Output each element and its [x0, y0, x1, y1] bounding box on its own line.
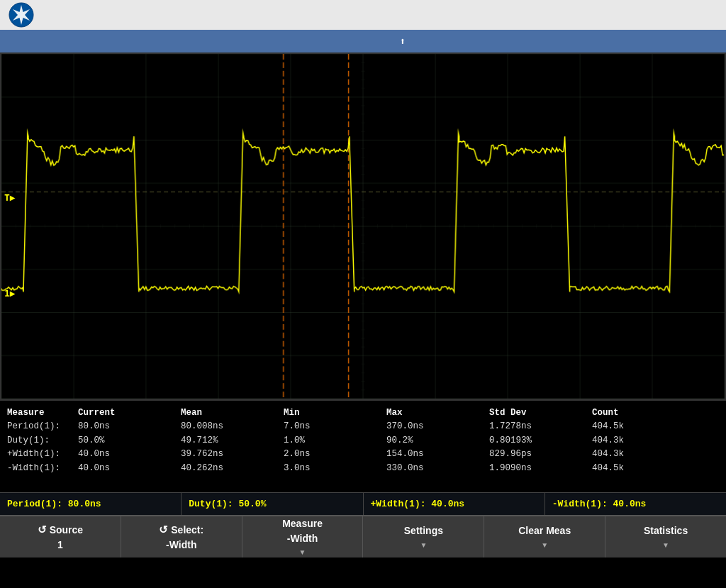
trigger-t-marker: T▶ [4, 192, 16, 203]
status-bar: Period(1): 80.0ns Duty(1): 50.0% +Width(… [0, 492, 726, 515]
agilent-logo [9, 2, 34, 28]
settings-button[interactable]: Settings ▼ [363, 516, 484, 558]
trigger-edge-icon: ⬆ [400, 35, 406, 48]
table-row: +Width(1): 40.0ns 39.762ns 2.0ns 154.0ns… [7, 448, 719, 461]
meas-header-row: Measure Current Mean Min Max Std Dev Cou… [7, 406, 719, 420]
toolbar-center: ⬆ [61, 35, 722, 48]
col-header-count: Count [592, 406, 695, 420]
statistics-button[interactable]: Statistics ▼ [605, 516, 726, 558]
header [0, 0, 726, 30]
table-row: Duty(1): 50.0% 49.712% 1.0% 90.2% 0.8019… [7, 434, 719, 448]
clear-meas-arrow-icon: ▼ [541, 540, 548, 550]
ch3-indicator[interactable] [38, 30, 50, 52]
table-row: -Width(1): 40.0ns 40.262ns 3.0ns 330.0ns… [7, 462, 719, 475]
measure-button[interactable]: Measure -Width ▼ [242, 516, 364, 558]
settings-arrow-icon: ▼ [420, 540, 427, 550]
table-row: Period(1): 80.0ns 80.008ns 7.0ns 370.0ns… [7, 420, 719, 433]
header-left [9, 2, 41, 28]
ch2-indicator[interactable] [27, 30, 38, 52]
select-refresh-icon: ↺ [159, 523, 168, 537]
col-header-current: Current [78, 406, 181, 420]
bottom-button-bar: ↺ Source 1 ↺ Select: -Width Measure -Wid… [0, 515, 726, 558]
status-duty: Duty(1): 50.0% [182, 493, 363, 515]
ch1-indicator[interactable] [4, 30, 16, 52]
col-header-measure: Measure [7, 406, 78, 420]
measurement-table: Measure Current Mean Min Max Std Dev Cou… [0, 400, 726, 492]
source-button[interactable]: ↺ Source 1 [0, 516, 121, 558]
col-header-stddev: Std Dev [489, 406, 592, 420]
measure-arrow-icon: ▼ [299, 548, 306, 557]
toolbar: ⬆ [0, 30, 726, 52]
trigger-1-marker: 1▶ [4, 288, 16, 299]
ch4-indicator[interactable] [50, 30, 61, 52]
ch1-scale[interactable] [16, 30, 27, 52]
meas-data-rows: Period(1): 80.0ns 80.008ns 7.0ns 370.0ns… [7, 420, 719, 475]
status-period: Period(1): 80.0ns [0, 493, 182, 515]
source-refresh-icon: ↺ [38, 523, 47, 537]
statistics-arrow-icon: ▼ [662, 540, 669, 550]
clear-meas-button[interactable]: Clear Meas ▼ [484, 516, 605, 558]
oscilloscope-screen: T▶ 1▶ [0, 52, 726, 400]
select-button[interactable]: ↺ Select: -Width [121, 516, 242, 558]
col-header-min: Min [284, 406, 386, 420]
waveform-display [1, 54, 725, 399]
status-minus-width: -Width(1): 40.0ns [545, 493, 726, 515]
col-header-mean: Mean [181, 406, 284, 420]
col-header-max: Max [386, 406, 489, 420]
status-plus-width: +Width(1): 40.0ns [364, 493, 545, 515]
